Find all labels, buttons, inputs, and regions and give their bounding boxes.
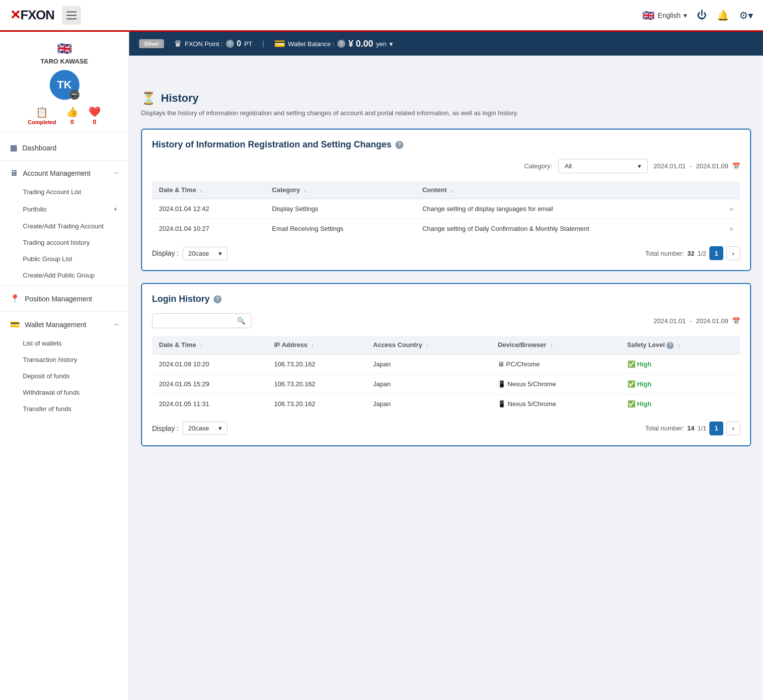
divider-3 — [0, 311, 129, 312]
position-icon: 📍 — [10, 294, 20, 303]
sidebar-item-withdrawal-of-funds[interactable]: Withdrawal of funds — [0, 384, 129, 401]
check-circle-icon: ✅ — [627, 400, 635, 408]
sort-ip-icon[interactable]: ↓ — [311, 342, 314, 348]
sort-category-icon[interactable]: ↓ — [304, 187, 307, 193]
search-input[interactable] — [157, 317, 237, 325]
display-select-box[interactable]: 20case ▾ — [183, 247, 228, 260]
collapse-icon: − — [114, 169, 119, 178]
sort-content-icon[interactable]: ↓ — [451, 187, 454, 193]
completed-label: Completed — [28, 119, 56, 125]
cell-content: Change setting of Daily Confirmation & M… — [415, 219, 740, 239]
user-flag-icon: 🇬🇧 — [57, 42, 72, 56]
login-date-range: 2024.01.01 - 2024.01.09 📅 — [654, 317, 741, 325]
info-history-card-title: History of Information Registration and … — [152, 140, 740, 150]
search-icon: 🔍 — [237, 317, 245, 325]
sidebar-item-account-management[interactable]: 🖥 Account Management − — [0, 163, 129, 184]
display-value: 20case — [188, 250, 209, 257]
lang-dropdown-icon: ▾ — [684, 11, 687, 19]
sidebar-item-trading-account-list[interactable]: Trading Account List — [0, 184, 129, 200]
fxon-point-label: FXON Point : — [185, 40, 223, 48]
currency-unit: yen — [376, 40, 386, 48]
sidebar-item-list-of-wallets[interactable]: List of wallets — [0, 335, 129, 351]
login-display-select-box[interactable]: 20case ▾ — [183, 421, 228, 435]
login-display-select: Display : 20case ▾ — [152, 421, 228, 435]
sort-login-datetime-icon[interactable]: ↓ — [200, 342, 203, 348]
camera-icon[interactable]: 📷 — [70, 90, 79, 100]
sort-safety-icon[interactable]: ↓ — [678, 342, 681, 348]
sidebar-item-trading-account-history[interactable]: Trading account history — [0, 234, 129, 251]
category-select[interactable]: All ▾ — [558, 159, 648, 173]
login-page-next-button[interactable]: › — [726, 421, 740, 435]
sort-datetime-icon[interactable]: ↓ — [200, 187, 203, 193]
settings-button[interactable]: ⚙▾ — [739, 9, 753, 21]
power-button[interactable]: ⏻ — [697, 9, 707, 21]
fxon-help-icon[interactable]: ? — [226, 40, 234, 48]
login-total-label: Total number: — [645, 424, 685, 432]
avatar-initials: TK — [57, 78, 72, 91]
wallet-balance-section: 💳 Wallet Balance : ? ¥ 0.00 yen ▾ — [274, 38, 393, 49]
col-content: Content ↓ — [415, 181, 740, 199]
cell-safety: ✅ High — [620, 374, 740, 394]
sort-device-icon[interactable]: ↓ — [550, 342, 553, 348]
balance-amount: ¥ 0.00 — [348, 39, 373, 49]
table-row[interactable]: 2024.01.04 12:42 Display Settings Change… — [152, 199, 740, 219]
sidebar-item-position-management[interactable]: 📍 Position Management — [0, 288, 129, 309]
check-circle-icon: ✅ — [627, 360, 635, 368]
safety-help-icon[interactable]: ? — [667, 342, 674, 349]
wallet-management-label: Wallet Management — [25, 321, 86, 329]
col-login-datetime: Date & Time ↓ — [152, 336, 267, 354]
table-row[interactable]: 2024.01.05 11:31 106.73.20.162 Japan 📱 N… — [152, 394, 740, 414]
safety-high-badge: ✅ High — [627, 380, 733, 388]
cell-safety: ✅ High — [620, 394, 740, 414]
row-detail-icon: » — [730, 225, 733, 232]
col-device: Device/Browser ↓ — [491, 336, 620, 354]
balance-divider: | — [262, 40, 264, 48]
sort-country-icon[interactable]: ↓ — [426, 342, 429, 348]
info-history-help-icon[interactable]: ? — [395, 141, 403, 149]
page-1-button[interactable]: 1 — [709, 246, 723, 260]
hamburger-button[interactable] — [62, 6, 81, 25]
balance-dropdown-icon: ▾ — [389, 40, 393, 48]
col-category: Category ↓ — [265, 181, 416, 199]
sidebar-item-transaction-history[interactable]: Transaction history — [0, 351, 129, 368]
sidebar-item-create-trading-account[interactable]: Create/Add Trading Account — [0, 218, 129, 234]
language-selector[interactable]: 🇬🇧 English ▾ — [642, 9, 687, 21]
sidebar-item-transfer-of-funds[interactable]: Transfer of funds — [0, 401, 129, 417]
sidebar-item-create-public-group[interactable]: Create/Add Public Group — [0, 267, 129, 283]
row-detail-icon: » — [730, 205, 733, 212]
user-name: TARO KAWASE — [41, 58, 88, 65]
table-row[interactable]: 2024.01.04 10:27 Email Receiving Setting… — [152, 219, 740, 239]
mobile-icon: 📱 — [498, 380, 506, 388]
account-management-label: Account Management — [23, 169, 90, 177]
dashboard-label: Dashboard — [22, 144, 57, 152]
sidebar-item-public-group-list[interactable]: Public Group List — [0, 251, 129, 267]
cell-ip: 106.73.20.162 — [267, 374, 366, 394]
search-input-wrap[interactable]: 🔍 — [152, 313, 251, 328]
wallet-collapse-icon: − — [114, 320, 119, 329]
login-history-help-icon[interactable]: ? — [214, 295, 222, 303]
category-label: Category: — [524, 162, 552, 170]
sidebar-item-portfolio[interactable]: Portfolio ＋ — [0, 200, 129, 218]
calendar-icon[interactable]: 📅 — [732, 162, 740, 170]
sidebar-item-dashboard[interactable]: ▦ Dashboard — [0, 137, 129, 158]
stat-hearts: ❤️ 0 — [88, 106, 101, 126]
login-page-1-button[interactable]: 1 — [709, 421, 723, 435]
cell-ip: 106.73.20.162 — [267, 354, 366, 374]
info-history-date-range: 2024.01.01 - 2024.01.09 📅 — [654, 162, 741, 170]
sidebar-item-deposit-of-funds[interactable]: Deposit of funds — [0, 368, 129, 384]
wallet-help-icon[interactable]: ? — [337, 40, 345, 48]
table-row[interactable]: 2024.01.09 10:20 106.73.20.162 Japan 🖥 P… — [152, 354, 740, 374]
wallet-icon: 💳 — [10, 320, 20, 329]
portfolio-label: Portfolio — [23, 206, 47, 213]
login-calendar-icon[interactable]: 📅 — [732, 317, 740, 325]
stat-likes: 👍 0 — [66, 106, 78, 126]
wallet-balance-icon: 💳 — [274, 38, 285, 49]
avatar[interactable]: TK 📷 — [50, 70, 79, 100]
login-history-card: Login History ? 🔍 2024.01.01 - 2024.01.0… — [141, 283, 751, 446]
sidebar-item-wallet-management[interactable]: 💳 Wallet Management − — [0, 314, 129, 335]
login-history-controls: 🔍 2024.01.01 - 2024.01.09 📅 — [152, 313, 740, 328]
page-next-button[interactable]: › — [726, 246, 740, 260]
table-row[interactable]: 2024.01.05 15:29 106.73.20.162 Japan 📱 N… — [152, 374, 740, 394]
pc-icon: 🖥 — [498, 360, 504, 368]
notifications-button[interactable]: 🔔 — [717, 9, 729, 21]
